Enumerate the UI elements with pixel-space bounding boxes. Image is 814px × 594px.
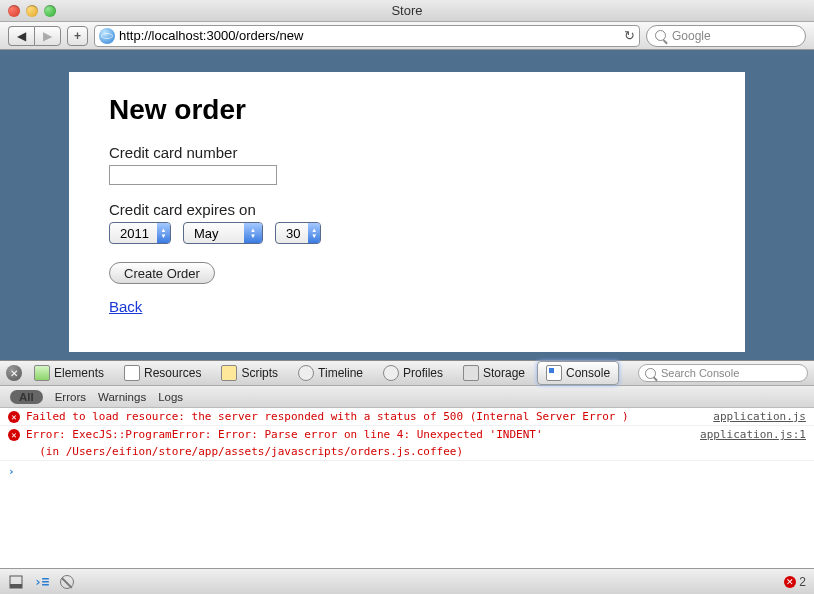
reload-icon[interactable]: ↻ bbox=[624, 28, 635, 43]
search-icon bbox=[655, 30, 666, 41]
scripts-icon bbox=[221, 365, 237, 381]
devtools-search-placeholder: Search Console bbox=[661, 367, 739, 379]
chevron-updown-icon: ▲▼ bbox=[308, 223, 320, 243]
console-filter-bar: All Errors Warnings Logs bbox=[0, 386, 814, 408]
resources-icon bbox=[124, 365, 140, 381]
tab-elements[interactable]: Elements bbox=[26, 362, 112, 384]
year-value: 2011 bbox=[110, 226, 157, 241]
console-icon bbox=[546, 365, 562, 381]
filter-errors[interactable]: Errors bbox=[55, 391, 86, 403]
month-select[interactable]: May ▲▼ bbox=[183, 222, 263, 244]
filter-warnings[interactable]: Warnings bbox=[98, 391, 146, 403]
browser-viewport: New order Credit card number Credit card… bbox=[0, 50, 814, 360]
address-bar[interactable]: http://localhost:3000/orders/new ↻ bbox=[94, 25, 640, 47]
window-titlebar: Store bbox=[0, 0, 814, 22]
back-link[interactable]: Back bbox=[109, 298, 142, 315]
console-error-row: ✕ Error: ExecJS::ProgramError: Error: Pa… bbox=[0, 426, 814, 443]
console-error-row: ✕ Failed to load resource: the server re… bbox=[0, 408, 814, 426]
timeline-icon bbox=[298, 365, 314, 381]
tab-console[interactable]: Console bbox=[537, 361, 619, 385]
show-console-icon[interactable]: ›≡ bbox=[34, 574, 50, 589]
tab-scripts[interactable]: Scripts bbox=[213, 362, 286, 384]
search-icon bbox=[645, 368, 656, 379]
console-error-row: (in /Users/eifion/store/app/assets/javas… bbox=[0, 443, 814, 461]
browser-toolbar: ◀ ▶ + http://localhost:3000/orders/new ↻… bbox=[0, 22, 814, 50]
devtools-statusbar: ›≡ ✕ 2 bbox=[0, 568, 814, 594]
search-placeholder: Google bbox=[672, 29, 711, 43]
cc-number-label: Credit card number bbox=[109, 144, 705, 161]
chevron-updown-icon: ▲▼ bbox=[157, 223, 170, 243]
url-text: http://localhost:3000/orders/new bbox=[119, 28, 620, 43]
tab-timeline[interactable]: Timeline bbox=[290, 362, 371, 384]
console-prompt[interactable]: › bbox=[0, 461, 814, 482]
elements-icon bbox=[34, 365, 50, 381]
day-value: 30 bbox=[276, 226, 308, 241]
forward-button: ▶ bbox=[34, 26, 61, 46]
filter-all[interactable]: All bbox=[10, 390, 43, 404]
error-count-badge[interactable]: ✕ 2 bbox=[784, 575, 806, 589]
clear-console-icon[interactable] bbox=[60, 575, 74, 589]
tab-storage[interactable]: Storage bbox=[455, 362, 533, 384]
log-message: Failed to load resource: the server resp… bbox=[26, 410, 703, 423]
add-bookmark-button[interactable]: + bbox=[67, 26, 88, 46]
profiles-icon bbox=[383, 365, 399, 381]
cc-expires-label: Credit card expires on bbox=[109, 201, 705, 218]
log-source-link[interactable]: application.js:1 bbox=[700, 428, 806, 441]
create-order-button[interactable]: Create Order bbox=[109, 262, 215, 284]
dock-icon[interactable] bbox=[8, 574, 24, 590]
search-field[interactable]: Google bbox=[646, 25, 806, 47]
cc-number-input[interactable] bbox=[109, 165, 277, 185]
devtools-close-button[interactable]: ✕ bbox=[6, 365, 22, 381]
storage-icon bbox=[463, 365, 479, 381]
filter-logs[interactable]: Logs bbox=[158, 391, 183, 403]
console-panel: ✕ Failed to load resource: the server re… bbox=[0, 408, 814, 568]
devtools-search-field[interactable]: Search Console bbox=[638, 364, 808, 382]
log-source-link[interactable]: application.js bbox=[713, 410, 806, 423]
day-select[interactable]: 30 ▲▼ bbox=[275, 222, 321, 244]
log-message: Error: ExecJS::ProgramError: Error: Pars… bbox=[26, 428, 690, 441]
error-icon: ✕ bbox=[8, 429, 20, 441]
chevron-updown-icon: ▲▼ bbox=[244, 223, 262, 243]
tab-profiles[interactable]: Profiles bbox=[375, 362, 451, 384]
year-select[interactable]: 2011 ▲▼ bbox=[109, 222, 171, 244]
page-content: New order Credit card number Credit card… bbox=[69, 72, 745, 352]
window-title: Store bbox=[0, 3, 814, 18]
back-button[interactable]: ◀ bbox=[8, 26, 34, 46]
devtools-toolbar: ✕ Elements Resources Scripts Timeline Pr… bbox=[0, 360, 814, 386]
error-icon: ✕ bbox=[784, 576, 796, 588]
submit-label: Create Order bbox=[124, 266, 200, 281]
month-value: May bbox=[184, 226, 244, 241]
page-title: New order bbox=[109, 94, 705, 126]
svg-rect-1 bbox=[10, 584, 22, 588]
tab-resources[interactable]: Resources bbox=[116, 362, 209, 384]
error-count: 2 bbox=[799, 575, 806, 589]
site-favicon-icon bbox=[99, 28, 115, 44]
error-icon: ✕ bbox=[8, 411, 20, 423]
log-message: (in /Users/eifion/store/app/assets/javas… bbox=[26, 445, 806, 458]
